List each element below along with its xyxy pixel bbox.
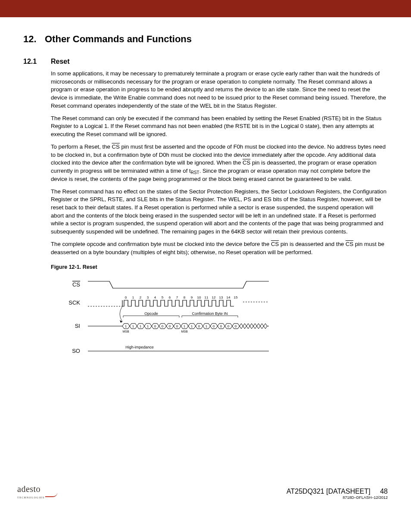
brand-sub: TECHNOLOGIES [17, 496, 45, 499]
svg-text:0: 0 [169, 324, 171, 328]
section-heading: 12. Other Commands and Functions [23, 34, 388, 45]
svg-text:1: 1 [206, 324, 208, 328]
svg-text:7: 7 [176, 296, 178, 299]
cs-pin: CS [271, 241, 279, 247]
paragraph-1: In some applications, it may be necessar… [51, 70, 388, 110]
svg-text:12: 12 [212, 296, 216, 299]
paragraph-2: The Reset command can only be executed i… [51, 115, 388, 139]
svg-text:2: 2 [140, 296, 142, 299]
footer-right: AT25DQ321 [DATASHEET] 48 8718D–DFLASH–12… [286, 488, 388, 500]
svg-text:3: 3 [147, 296, 149, 299]
svg-text:1: 1 [132, 296, 134, 299]
paragraph-5: The complete opcode and confirmation byt… [51, 240, 388, 256]
svg-text:0: 0 [220, 324, 222, 328]
svg-text:15: 15 [234, 296, 238, 299]
p5-text: pin is deasserted and the [279, 241, 346, 247]
so-highz: High-impedance [125, 345, 154, 349]
svg-text:0: 0 [235, 324, 237, 328]
header-bar [0, 0, 411, 17]
svg-text:1: 1 [125, 324, 127, 328]
bracket-labels: Opcode Confirmation Byte IN [120, 306, 238, 323]
timing-diagram: CS SCK 0 1 2 3 4 5 6 7 8 9 10 11 [62, 275, 388, 376]
svg-text:1: 1 [147, 324, 149, 328]
sck-waveform [122, 300, 234, 306]
paragraph-4: The Reset command has no effect on the s… [51, 188, 388, 236]
svg-text:Opcode: Opcode [144, 311, 158, 316]
svg-text:1: 1 [184, 324, 186, 328]
doc-title: AT25DQ321 [DATASHEET] [286, 488, 371, 495]
p5-text: The complete opcode and confirmation byt… [51, 241, 271, 247]
subsection-title: Reset [51, 58, 70, 65]
svg-text:1: 1 [132, 324, 134, 328]
paragraph-3: To perform a Reset, the CS pin must firs… [51, 143, 388, 184]
so-signal-label: SO [72, 348, 80, 354]
cs-pin: CS [346, 241, 353, 247]
page-number: 48 [380, 488, 388, 495]
svg-text:0: 0 [162, 324, 164, 328]
page-footer: adesto TECHNOLOGIES AT25DQ321 [DATASHEET… [0, 475, 411, 509]
svg-text:0: 0 [198, 324, 200, 328]
svg-text:0: 0 [227, 324, 230, 328]
brand-logo: adesto TECHNOLOGIES [17, 484, 58, 499]
sck-signal-label: SCK [68, 299, 80, 306]
svg-text:MSB: MSB [181, 330, 188, 333]
figure-caption: Figure 12-1. Reset [51, 264, 388, 270]
svg-text:0: 0 [176, 324, 178, 328]
swoosh-icon [45, 493, 57, 497]
doc-id: 8718D–DFLASH–12/2012 [286, 495, 388, 500]
si-bits: 1 1 1 1 0 0 0 0 1 1 0 1 0 0 0 0 MSB MSB [122, 324, 269, 333]
svg-text:6: 6 [169, 296, 171, 299]
svg-text:0: 0 [154, 324, 156, 328]
subsection-number: 12.1 [23, 58, 51, 65]
svg-text:MSB: MSB [122, 330, 129, 333]
p3-text: To perform a Reset, the [51, 143, 112, 150]
svg-text:8: 8 [184, 296, 186, 299]
svg-text:1: 1 [140, 324, 142, 328]
svg-text:Confirmation Byte IN: Confirmation Byte IN [192, 311, 227, 316]
cs-signal-label: CS [72, 281, 80, 288]
brand-name: adesto [17, 484, 40, 494]
page-content: 12. Other Commands and Functions 12.1 Re… [0, 17, 411, 389]
cs-waveform [88, 281, 269, 288]
section-title: Other Commands and Functions [45, 34, 192, 45]
svg-text:0: 0 [125, 296, 127, 299]
svg-text:9: 9 [191, 296, 193, 299]
clock-numbers: 0 1 2 3 4 5 6 7 8 9 10 11 12 13 14 15 [125, 296, 238, 299]
subsection-heading: 12.1 Reset [23, 58, 388, 65]
svg-text:4: 4 [154, 296, 156, 299]
si-signal-label: SI [75, 323, 80, 329]
svg-text:1: 1 [191, 324, 193, 328]
section-number: 12. [23, 34, 45, 45]
svg-text:14: 14 [227, 296, 230, 299]
rst-subscript: RST [191, 170, 199, 175]
svg-text:13: 13 [219, 296, 223, 299]
svg-text:0: 0 [213, 324, 215, 328]
svg-text:11: 11 [205, 296, 209, 299]
cs-pin: CS [112, 143, 119, 150]
svg-text:5: 5 [162, 296, 164, 299]
svg-text:10: 10 [197, 296, 201, 299]
cs-pin: CS [243, 159, 250, 166]
